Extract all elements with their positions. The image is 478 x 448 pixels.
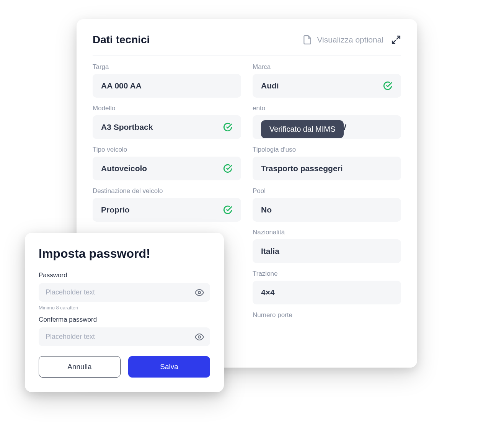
field-label: ento: [253, 105, 401, 112]
expand-icon[interactable]: [391, 35, 401, 45]
field-label: Tipo veicolo: [93, 146, 241, 154]
field-targa: Targa AA 000 AA: [93, 63, 241, 98]
cancel-button[interactable]: Annulla: [39, 356, 121, 378]
field-value-destinazione[interactable]: Proprio: [93, 198, 241, 222]
password-hint: Minimo 8 caratteri: [39, 305, 210, 311]
verified-check-icon: [223, 122, 233, 132]
field-value-text: A3 Sportback: [101, 123, 153, 132]
verified-check-icon: [383, 81, 393, 91]
svg-point-0: [198, 291, 201, 294]
field-value-targa[interactable]: AA 000 AA: [93, 74, 241, 98]
field-trazione: Trazione 4×4: [253, 270, 401, 304]
field-label: Targa: [93, 63, 241, 71]
verified-check-icon: [223, 205, 233, 215]
field-value-text: Audi: [261, 81, 279, 90]
field-tipologia-uso: Tipologia d'uso Trasporto passeggeri: [253, 146, 401, 180]
field-value-trazione[interactable]: 4×4: [253, 281, 401, 304]
verified-tooltip: Verificato dal MIMS: [261, 120, 344, 138]
confirm-password-input-wrap: [39, 327, 210, 346]
field-value-text: Italia: [261, 247, 279, 256]
password-input-wrap: [39, 283, 210, 302]
password-input[interactable]: [46, 288, 190, 296]
field-value-pool[interactable]: No: [253, 198, 401, 222]
file-icon: [302, 35, 312, 45]
set-password-panel: Imposta password! Password Minimo 8 cara…: [25, 233, 224, 392]
field-label: Tipologia d'uso: [253, 146, 401, 154]
password-field: Password Minimo 8 caratteri: [39, 271, 210, 311]
confirm-password-input[interactable]: [46, 333, 190, 341]
panel-header: Dati tecnici Visualizza optional: [93, 34, 401, 56]
field-label: Destinazione del veicolo: [93, 187, 241, 195]
field-value-text: Autoveicolo: [101, 164, 147, 173]
field-pool: Pool No: [253, 187, 401, 222]
field-value-text: 4×4: [261, 288, 275, 297]
field-label: Modello: [93, 105, 241, 112]
field-label: Marca: [253, 63, 401, 71]
password-buttons: Annulla Salva: [39, 356, 210, 378]
field-value-text: Proprio: [101, 205, 130, 214]
eye-icon[interactable]: [195, 288, 204, 297]
field-marca: Marca Audi: [253, 63, 401, 98]
password-panel-title: Imposta password!: [39, 247, 210, 261]
field-label: Trazione: [253, 270, 401, 278]
field-modello: Modello A3 Sportback: [93, 105, 241, 139]
view-optional-link[interactable]: Visualizza optional: [302, 35, 383, 45]
verified-check-icon: [223, 164, 233, 173]
panel-actions: Visualizza optional: [302, 35, 401, 45]
field-value-tipo-veicolo[interactable]: Autoveicolo: [93, 157, 241, 180]
field-numero-porte: Numero porte: [253, 311, 401, 319]
field-label: Numero porte: [253, 311, 401, 319]
view-optional-label: Visualizza optional: [317, 35, 383, 44]
field-value-text: Trasporto passeggeri: [261, 164, 343, 173]
field-value-marca[interactable]: Audi: [253, 74, 401, 98]
field-destinazione: Destinazione del veicolo Proprio: [93, 187, 241, 222]
field-tipo-veicolo: Tipo veicolo Autoveicolo: [93, 146, 241, 180]
field-value-tipologia-uso[interactable]: Trasporto passeggeri: [253, 157, 401, 180]
field-value-nazionalita[interactable]: Italia: [253, 239, 401, 263]
field-nazionalita: Nazionalità Italia: [253, 229, 401, 263]
confirm-password-field: Conferma password: [39, 316, 210, 346]
panel-title: Dati tecnici: [93, 34, 150, 46]
field-value-modello[interactable]: A3 Sportback: [93, 115, 241, 139]
field-label: Nazionalità: [253, 229, 401, 236]
field-value-text: No: [261, 205, 272, 214]
confirm-password-label: Conferma password: [39, 316, 210, 324]
save-button[interactable]: Salva: [128, 356, 210, 378]
svg-point-1: [198, 336, 201, 338]
field-value-text: AA 000 AA: [101, 81, 142, 90]
field-label: Pool: [253, 187, 401, 195]
eye-icon[interactable]: [195, 332, 204, 342]
password-label: Password: [39, 271, 210, 279]
